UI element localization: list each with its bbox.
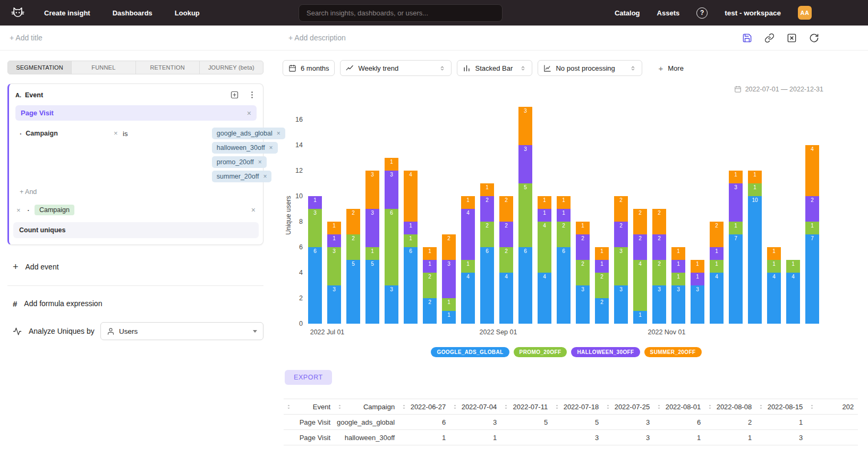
- legend-pill-google_ads_global[interactable]: GOOGLE_ADS_GLOBAL: [431, 347, 509, 357]
- bar-2022-09-12[interactable]: 3356: [518, 107, 532, 324]
- save-icon[interactable]: [742, 33, 752, 43]
- bar-segment-summer_20off[interactable]: 2: [499, 196, 513, 222]
- remove-event-icon[interactable]: ×: [247, 109, 251, 117]
- bar-segment-google_ads_global[interactable]: 3: [691, 285, 704, 324]
- bar-segment-google_ads_global[interactable]: 1: [633, 311, 647, 324]
- bar-segment-halloween_30off[interactable]: 3: [729, 183, 743, 222]
- more-options-icon[interactable]: [248, 90, 257, 99]
- sort-icon[interactable]: [707, 404, 713, 410]
- search-input[interactable]: [305, 9, 496, 18]
- bar-segment-halloween_30off[interactable]: 2: [652, 234, 666, 260]
- bar-segment-summer_20off[interactable]: 2: [614, 196, 628, 222]
- tab-retention[interactable]: RETENTION: [136, 61, 200, 74]
- refresh-icon[interactable]: [809, 33, 819, 43]
- bar-segment-halloween_30off[interactable]: 2: [499, 222, 513, 247]
- column-header[interactable]: 2022-07-11: [501, 399, 552, 415]
- bar-segment-halloween_30off[interactable]: 1: [423, 260, 437, 273]
- more-button[interactable]: + More: [658, 64, 683, 73]
- nav-create-insight[interactable]: Create insight: [44, 9, 90, 17]
- bar-2022-12-05[interactable]: 1110: [748, 171, 762, 324]
- bar-segment-halloween_30off[interactable]: 1: [671, 260, 685, 273]
- bar-2022-08-01[interactable]: 4116: [404, 171, 418, 324]
- add-title-button[interactable]: + Add title: [10, 33, 42, 42]
- sort-icon[interactable]: [503, 404, 509, 410]
- bar-2022-11-21[interactable]: 2114: [710, 222, 724, 324]
- workspace-name[interactable]: test - workspace: [725, 9, 781, 17]
- bar-segment-promo_20off[interactable]: 2: [595, 273, 609, 298]
- bar-2022-09-19[interactable]: 1144: [538, 196, 551, 324]
- tab-segmentation[interactable]: SEGMENTATION: [8, 61, 72, 74]
- add-description-button[interactable]: + Add description: [288, 33, 346, 42]
- bar-segment-promo_20off[interactable]: 4: [538, 222, 551, 273]
- sort-icon[interactable]: [554, 404, 560, 410]
- bar-segment-summer_20off[interactable]: 2: [442, 234, 456, 260]
- bar-segment-promo_20off[interactable]: 1: [729, 222, 743, 234]
- bar-segment-promo_20off[interactable]: 5: [518, 183, 532, 247]
- nav-assets[interactable]: Assets: [657, 9, 680, 17]
- bar-segment-summer_20off[interactable]: 1: [480, 183, 494, 196]
- bar-segment-google_ads_global[interactable]: 5: [365, 260, 379, 324]
- bar-segment-google_ads_global[interactable]: 4: [461, 273, 475, 324]
- remove-value-icon[interactable]: ×: [263, 173, 267, 180]
- bar-segment-halloween_30off[interactable]: 2: [480, 196, 494, 222]
- chart-type-select[interactable]: Stacked Bar: [457, 60, 532, 76]
- copy-link-icon[interactable]: [764, 33, 775, 43]
- bar-segment-google_ads_global[interactable]: 5: [346, 260, 360, 324]
- bar-segment-halloween_30off[interactable]: 1: [691, 273, 704, 285]
- bar-segment-halloween_30off[interactable]: 2: [614, 222, 628, 247]
- trend-select[interactable]: Weekly trend: [340, 60, 452, 76]
- event-name[interactable]: Page Visit: [21, 109, 54, 117]
- bar-segment-promo_20off[interactable]: 1: [442, 298, 456, 311]
- bar-segment-summer_20off[interactable]: 2: [633, 209, 647, 234]
- bar-segment-promo_20off[interactable]: 3: [614, 247, 628, 285]
- bar-segment-halloween_30off[interactable]: 2: [633, 234, 647, 260]
- bar-2022-10-31[interactable]: 2223: [652, 209, 666, 324]
- export-button[interactable]: EXPORT: [285, 370, 332, 385]
- bar-segment-halloween_30off[interactable]: 2: [576, 234, 590, 260]
- tab-journey[interactable]: JOURNEY (beta): [200, 61, 263, 74]
- filter-value-chip[interactable]: summer_20off×: [212, 171, 272, 182]
- column-header[interactable]: 2022-07-04: [450, 399, 501, 415]
- bar-2022-07-04[interactable]: 1133: [327, 222, 341, 324]
- tab-funnel[interactable]: FUNNEL: [72, 61, 135, 74]
- bar-2022-11-07[interactable]: 1113: [671, 247, 685, 324]
- bar-segment-promo_20off[interactable]: 2: [346, 234, 360, 260]
- cat-logo-icon[interactable]: [11, 6, 25, 20]
- bar-segment-promo_20off[interactable]: 6: [385, 209, 398, 285]
- bar-segment-halloween_30off[interactable]: 3: [385, 171, 398, 209]
- bar-segment-promo_20off[interactable]: 2: [576, 260, 590, 285]
- bar-segment-summer_20off[interactable]: 1: [557, 196, 571, 209]
- bar-2022-11-14[interactable]: 113: [691, 260, 704, 324]
- remove-breakdown-row-icon[interactable]: ×: [251, 206, 256, 214]
- bar-2022-12-19[interactable]: 14: [786, 260, 800, 324]
- bar-segment-summer_20off[interactable]: 1: [671, 247, 685, 260]
- bar-segment-promo_20off[interactable]: 2: [499, 247, 513, 273]
- bar-2022-08-08[interactable]: 1122: [423, 247, 437, 324]
- bar-segment-promo_20off[interactable]: 2: [423, 273, 437, 298]
- nav-dashboards[interactable]: Dashboards: [113, 9, 152, 17]
- legend-pill-halloween_30off[interactable]: HALLOWEEN_30OFF: [571, 347, 640, 357]
- bar-2022-08-15[interactable]: 2311: [442, 234, 456, 324]
- bar-segment-google_ads_global[interactable]: 3: [576, 285, 590, 324]
- bar-segment-google_ads_global[interactable]: 1: [442, 311, 456, 324]
- bar-segment-google_ads_global[interactable]: 4: [538, 273, 551, 324]
- global-search[interactable]: [299, 4, 503, 22]
- sort-icon[interactable]: [401, 404, 407, 410]
- bar-segment-promo_20off[interactable]: 2: [557, 222, 571, 247]
- bar-2022-08-22[interactable]: 1414: [461, 196, 475, 324]
- bar-segment-halloween_30off[interactable]: 2: [805, 196, 819, 222]
- bar-segment-google_ads_global[interactable]: 6: [557, 247, 571, 324]
- legend-pill-promo_20off[interactable]: PROMO_20OFF: [514, 347, 567, 357]
- add-formula-button[interactable]: # Add formula expression: [13, 299, 263, 308]
- bar-segment-summer_20off[interactable]: 2: [346, 209, 360, 234]
- bar-segment-google_ads_global[interactable]: 4: [499, 273, 513, 324]
- sort-icon[interactable]: [656, 404, 662, 410]
- bar-segment-summer_20off[interactable]: 1: [748, 171, 762, 183]
- bar-segment-halloween_30off[interactable]: 1: [308, 196, 322, 209]
- bar-segment-halloween_30off[interactable]: 1: [404, 222, 418, 234]
- bar-segment-google_ads_global[interactable]: 2: [423, 298, 437, 324]
- bar-segment-summer_20off[interactable]: 1: [423, 247, 437, 260]
- column-header[interactable]: 2022-08-08: [705, 399, 756, 415]
- add-filter-icon[interactable]: [230, 90, 239, 99]
- remove-breakdown-icon[interactable]: ×: [16, 207, 21, 214]
